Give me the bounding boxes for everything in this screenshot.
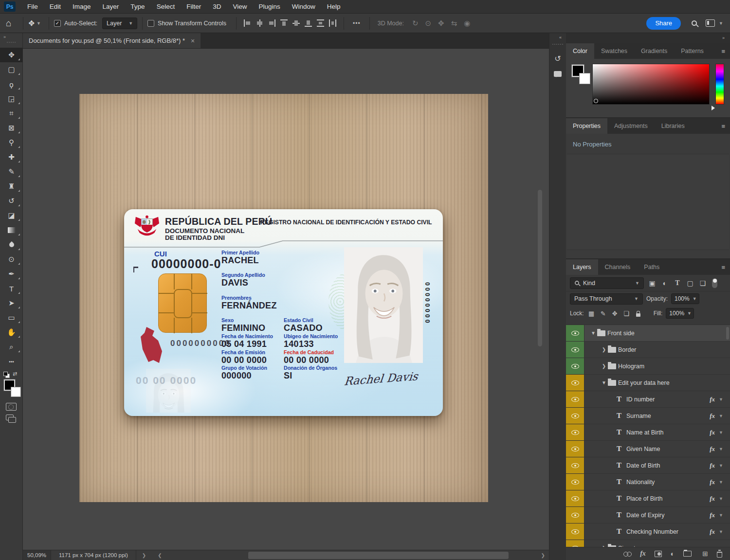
comments-panel-icon[interactable] bbox=[549, 66, 566, 82]
adjustment-layers-filter-icon[interactable]: ◐ bbox=[660, 279, 670, 287]
photoshop-logo[interactable]: Ps bbox=[4, 1, 16, 12]
show-transform-checkbox[interactable] bbox=[147, 20, 154, 27]
tool-move[interactable]: ✥ bbox=[0, 48, 23, 62]
chevron-down-icon[interactable]: ▼ bbox=[719, 414, 723, 418]
chevron-down-icon[interactable]: ▼ bbox=[719, 397, 723, 402]
properties-tab-libraries[interactable]: Libraries bbox=[655, 118, 692, 134]
tool-dock-collapse[interactable]: » bbox=[0, 33, 22, 42]
menu-item-3d[interactable]: 3D bbox=[207, 0, 227, 14]
align-right-icon[interactable] bbox=[268, 19, 275, 27]
chevron-down-icon[interactable]: ▼ bbox=[589, 330, 597, 336]
visibility-cell[interactable] bbox=[566, 540, 584, 547]
layers-tab-paths[interactable]: Paths bbox=[637, 259, 666, 275]
layer-row-edit-your-data-here[interactable]: ▼Edit your data here bbox=[566, 375, 730, 391]
smart-objects-filter-icon[interactable]: ❏ bbox=[698, 279, 708, 287]
layer-effects-badge[interactable]: fx bbox=[710, 429, 715, 436]
tool-history-brush[interactable]: ↺ bbox=[0, 194, 23, 208]
layer-effects-badge[interactable]: fx bbox=[710, 478, 715, 486]
panel-dock-grip[interactable] bbox=[552, 44, 563, 47]
menu-item-help[interactable]: Help bbox=[321, 0, 347, 14]
move-tool-icon[interactable]: ✥ bbox=[28, 19, 35, 28]
filter-toggle-switch[interactable] bbox=[712, 278, 717, 288]
tool-zoom[interactable]: ⌕ bbox=[0, 340, 23, 354]
type-layers-filter-icon[interactable]: T bbox=[673, 279, 682, 287]
tool-eraser[interactable]: ◪ bbox=[0, 208, 23, 223]
layer-effects-badge[interactable]: fx bbox=[710, 412, 715, 420]
vertical-scrollbar[interactable] bbox=[538, 190, 542, 346]
more-options-button[interactable]: ••• bbox=[353, 20, 361, 27]
menu-item-type[interactable]: Type bbox=[125, 0, 150, 14]
workspace-switcher-icon[interactable] bbox=[706, 19, 715, 27]
background-color-swatch[interactable] bbox=[579, 73, 590, 84]
chevron-down-icon[interactable]: ▼ bbox=[719, 529, 723, 534]
tool-lasso[interactable]: ϙ bbox=[0, 77, 23, 91]
visibility-cell[interactable] bbox=[566, 424, 584, 440]
menu-item-filter[interactable]: Filter bbox=[181, 0, 207, 14]
layer-row-signature[interactable]: ❯Signature bbox=[566, 540, 730, 547]
tool-rectangle[interactable]: ▭ bbox=[0, 310, 23, 325]
color-picker-marker[interactable] bbox=[594, 99, 598, 103]
lock-artboard-icon[interactable]: ❏ bbox=[622, 310, 631, 317]
panel-menu-icon[interactable]: ≡ bbox=[716, 259, 730, 275]
camera-icon[interactable]: ◉ bbox=[464, 19, 470, 28]
visibility-cell[interactable] bbox=[566, 358, 584, 374]
chevron-down-icon[interactable]: ▼ bbox=[719, 21, 723, 26]
chevron-down-icon[interactable]: ▼ bbox=[719, 447, 723, 452]
menu-item-edit[interactable]: Edit bbox=[44, 0, 67, 14]
roll-icon[interactable]: ⊙ bbox=[425, 19, 432, 28]
menu-item-image[interactable]: Image bbox=[67, 0, 97, 14]
orbit-icon[interactable]: ↻ bbox=[412, 19, 419, 28]
layer-row-place-of-birth[interactable]: TPlace of Birthfx▼ bbox=[566, 490, 730, 507]
scroll-right-icon[interactable]: ❯ bbox=[537, 553, 549, 558]
layer-style-icon[interactable]: fx bbox=[640, 550, 646, 558]
tool-hand[interactable]: ✋ bbox=[0, 325, 23, 340]
close-icon[interactable]: × bbox=[191, 37, 195, 45]
visibility-cell[interactable] bbox=[566, 524, 584, 540]
panel-column-header[interactable]: » bbox=[566, 33, 730, 43]
new-adjustment-layer-icon[interactable]: ◐ bbox=[671, 550, 675, 558]
layer-row-front-side[interactable]: ▼Front side bbox=[566, 325, 730, 342]
hue-strip[interactable] bbox=[715, 64, 724, 105]
delete-layer-icon[interactable] bbox=[717, 550, 722, 558]
link-layers-icon[interactable] bbox=[623, 551, 631, 557]
visibility-cell[interactable] bbox=[566, 441, 584, 457]
horizontal-scrollbar-thumb[interactable] bbox=[248, 552, 509, 559]
visibility-cell[interactable] bbox=[566, 507, 584, 523]
properties-tab-properties[interactable]: Properties bbox=[566, 118, 607, 134]
color-tab-gradients[interactable]: Gradients bbox=[634, 43, 674, 59]
chevron-right-icon[interactable]: ❯ bbox=[600, 545, 608, 547]
tool-brush[interactable]: ✎ bbox=[0, 164, 23, 179]
color-tab-patterns[interactable]: Patterns bbox=[674, 43, 711, 59]
new-group-icon[interactable] bbox=[683, 551, 694, 557]
tool-pen[interactable]: ✒ bbox=[0, 267, 23, 281]
panel-menu-icon[interactable]: ≡ bbox=[716, 118, 730, 134]
chevron-right-icon[interactable]: ❯ bbox=[600, 347, 608, 352]
chevron-down-icon[interactable]: ▼ bbox=[600, 380, 608, 385]
menu-item-layer[interactable]: Layer bbox=[97, 0, 125, 14]
image-layers-filter-icon[interactable]: ▣ bbox=[647, 279, 657, 287]
visibility-cell[interactable] bbox=[566, 474, 584, 490]
layer-row-checking-nnumber[interactable]: TChecking Nnumberfx▼ bbox=[566, 524, 730, 540]
chevron-down-icon[interactable]: ▼ bbox=[719, 496, 723, 501]
menu-item-select[interactable]: Select bbox=[151, 0, 181, 14]
auto-select-checkbox[interactable]: ✓ bbox=[54, 20, 61, 27]
horizontal-scrollbar[interactable] bbox=[168, 550, 537, 560]
visibility-cell[interactable] bbox=[566, 490, 584, 506]
distribute-horizontally-icon[interactable] bbox=[329, 19, 336, 27]
tool-dodge[interactable]: ⊙ bbox=[0, 252, 23, 267]
slide-icon[interactable]: ⇆ bbox=[451, 19, 457, 28]
layer-row-date-of-birth[interactable]: TDate of Birthfx▼ bbox=[566, 457, 730, 474]
layer-row-given-name[interactable]: TGiven Namefx▼ bbox=[566, 441, 730, 457]
layer-effects-badge[interactable]: fx bbox=[710, 528, 715, 536]
background-color-swatch[interactable] bbox=[11, 387, 21, 397]
scroll-left-icon[interactable]: ❮ bbox=[152, 553, 167, 558]
pan-icon[interactable]: ✥ bbox=[438, 19, 444, 28]
history-panel-icon[interactable]: ↺ bbox=[549, 51, 566, 66]
zoom-level-field[interactable]: 50,09% bbox=[23, 550, 51, 560]
layer-row-surname[interactable]: TSurnamefx▼ bbox=[566, 408, 730, 424]
tool-gradient[interactable] bbox=[0, 223, 23, 237]
menu-item-window[interactable]: Window bbox=[286, 0, 321, 14]
quick-mask-button[interactable] bbox=[6, 403, 17, 411]
align-top-icon[interactable] bbox=[280, 19, 288, 27]
visibility-cell[interactable] bbox=[566, 325, 584, 341]
